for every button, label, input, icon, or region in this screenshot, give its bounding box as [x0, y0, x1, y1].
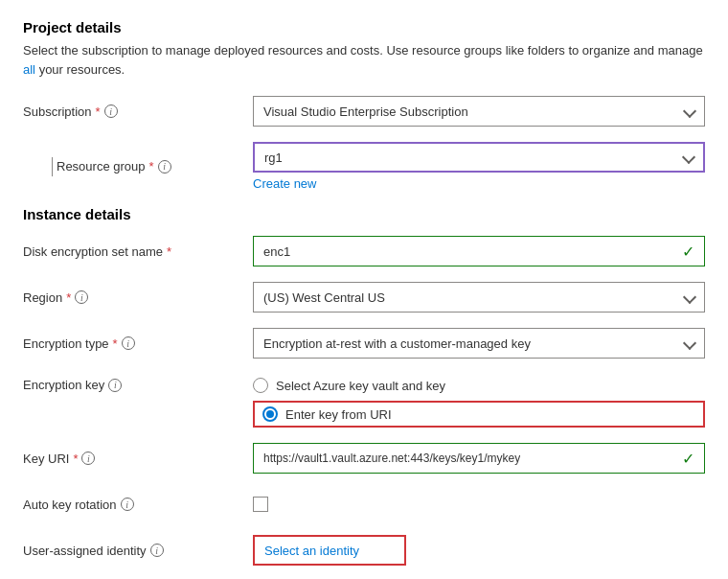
disk-name-field[interactable]: enc1 ✓ — [253, 236, 705, 266]
encryption-type-chevron-icon — [683, 336, 696, 350]
identity-input-col: Select an identity — [253, 535, 705, 566]
key-uri-label-col: Key URI * i — [23, 452, 253, 466]
resource-group-info-icon[interactable]: i — [158, 160, 171, 174]
project-desc-text2: your resources. — [35, 62, 125, 77]
key-uri-field[interactable]: https://vault1.vault.azure.net:443/keys/… — [253, 443, 705, 474]
project-desc-text1: Select the subscription to manage deploy… — [23, 43, 703, 58]
disk-name-check-icon: ✓ — [682, 243, 694, 261]
radio-vault-circle — [253, 378, 268, 393]
radio-vault-label: Select Azure key vault and key — [276, 379, 445, 393]
instance-section-title: Instance details — [23, 206, 705, 222]
key-uri-required: * — [73, 452, 78, 466]
project-desc-link[interactable]: all — [23, 62, 35, 77]
region-chevron-icon — [683, 290, 696, 304]
encryption-key-radio-group: Select Azure key vault and key Enter key… — [253, 378, 705, 428]
subscription-dropdown[interactable]: Visual Studio Enterprise Subscription — [253, 96, 705, 127]
region-input-col: (US) West Central US — [253, 282, 705, 313]
auto-rotation-row: Auto key rotation i — [23, 489, 705, 520]
disk-name-input-col: enc1 ✓ — [253, 236, 705, 266]
key-uri-input-col: https://vault1.vault.azure.net:443/keys/… — [253, 443, 705, 474]
resource-group-row: Resource group * i rg1 Create new — [23, 142, 705, 191]
region-dropdown[interactable]: (US) West Central US — [253, 282, 705, 313]
resource-group-input-col: rg1 Create new — [253, 142, 705, 191]
key-uri-check-icon: ✓ — [682, 450, 694, 468]
project-section-desc: Select the subscription to manage deploy… — [23, 41, 705, 79]
auto-rotation-checkbox[interactable] — [253, 497, 268, 512]
disk-name-value: enc1 — [263, 244, 290, 259]
identity-info-icon[interactable]: i — [150, 544, 164, 557]
instance-section: Instance details Disk encryption set nam… — [23, 206, 705, 579]
region-label-col: Region * i — [23, 290, 253, 305]
radio-uri-label: Enter key from URI — [285, 407, 392, 422]
region-value: (US) West Central US — [263, 290, 385, 305]
disk-name-required: * — [167, 244, 171, 259]
encryption-type-row: Encryption type * i Encryption at-rest w… — [23, 328, 705, 359]
encryption-type-input-col: Encryption at-rest with a customer-manag… — [253, 328, 705, 359]
resource-group-label-col: Resource group * i — [23, 157, 253, 176]
region-row: Region * i (US) West Central US — [23, 282, 705, 313]
subscription-row: Subscription * i Visual Studio Enterpris… — [23, 96, 705, 127]
identity-label-col: User-assigned identity i — [23, 544, 253, 558]
key-uri-label: Key URI — [23, 452, 69, 466]
region-label: Region — [23, 290, 62, 305]
encryption-key-label: Encryption key — [23, 378, 104, 392]
radio-option-vault[interactable]: Select Azure key vault and key — [253, 378, 705, 393]
resource-group-wrapper: rg1 Create new — [253, 142, 705, 191]
project-section-title: Project details — [23, 19, 705, 35]
subscription-input-col: Visual Studio Enterprise Subscription — [253, 96, 705, 127]
key-uri-info-icon[interactable]: i — [81, 452, 95, 465]
auto-rotation-info-icon[interactable]: i — [121, 498, 134, 511]
encryption-key-label-col: Encryption key i — [23, 378, 253, 392]
resource-group-dropdown[interactable]: rg1 — [253, 142, 705, 173]
encryption-type-required: * — [113, 336, 118, 351]
encryption-type-label: Encryption type — [23, 336, 109, 351]
encryption-key-info-icon[interactable]: i — [108, 379, 122, 392]
auto-rotation-label-col: Auto key rotation i — [23, 498, 253, 512]
encryption-type-info-icon[interactable]: i — [122, 336, 135, 350]
subscription-required: * — [96, 104, 101, 119]
resource-group-label: Resource group — [57, 159, 146, 174]
identity-row: User-assigned identity i Select an ident… — [23, 535, 705, 566]
key-uri-value: https://vault1.vault.azure.net:443/keys/… — [263, 452, 520, 465]
subscription-label-col: Subscription * i — [23, 104, 253, 119]
identity-placeholder: Select an identity — [264, 544, 359, 558]
subscription-chevron-icon — [683, 104, 696, 118]
encryption-type-value: Encryption at-rest with a customer-manag… — [263, 336, 531, 351]
encryption-key-row: Encryption key i Select Azure key vault … — [23, 374, 705, 428]
auto-rotation-label: Auto key rotation — [23, 498, 117, 512]
create-new-link[interactable]: Create new — [253, 176, 705, 191]
encryption-type-label-col: Encryption type * i — [23, 336, 253, 351]
identity-label: User-assigned identity — [23, 544, 147, 558]
region-required: * — [66, 290, 71, 305]
disk-name-label-col: Disk encryption set name * — [23, 244, 253, 259]
key-uri-row: Key URI * i https://vault1.vault.azure.n… — [23, 443, 705, 474]
auto-rotation-input-col — [253, 497, 705, 512]
radio-option-uri-highlighted[interactable]: Enter key from URI — [253, 401, 705, 428]
resource-group-chevron-icon — [682, 151, 695, 164]
identity-select-button[interactable]: Select an identity — [253, 535, 406, 566]
disk-name-row: Disk encryption set name * enc1 ✓ — [23, 236, 705, 266]
disk-name-label: Disk encryption set name — [23, 244, 163, 259]
project-section: Project details Select the subscription … — [23, 19, 705, 191]
encryption-key-input-col: Select Azure key vault and key Enter key… — [253, 378, 705, 428]
resource-group-indent-line — [52, 157, 53, 176]
radio-uri-circle — [262, 406, 278, 422]
subscription-info-icon[interactable]: i — [104, 104, 118, 118]
subscription-value: Visual Studio Enterprise Subscription — [263, 104, 468, 119]
region-info-icon[interactable]: i — [75, 290, 88, 304]
encryption-type-dropdown[interactable]: Encryption at-rest with a customer-manag… — [253, 328, 705, 359]
resource-group-value: rg1 — [264, 151, 283, 165]
resource-group-required: * — [149, 159, 154, 174]
subscription-label: Subscription — [23, 104, 92, 119]
